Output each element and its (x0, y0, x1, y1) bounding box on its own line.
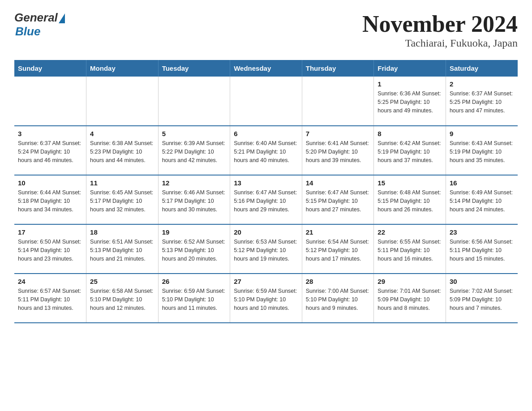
day-number: 3 (18, 130, 82, 137)
day-info: Sunrise: 6:36 AM Sunset: 5:25 PM Dayligh… (378, 90, 442, 115)
column-header-thursday: Thursday (302, 60, 374, 77)
day-info: Sunrise: 6:48 AM Sunset: 5:15 PM Dayligh… (378, 188, 442, 214)
day-info: Sunrise: 6:40 AM Sunset: 5:21 PM Dayligh… (234, 139, 298, 164)
day-number: 8 (378, 130, 442, 137)
day-number: 23 (450, 228, 514, 236)
column-header-saturday: Saturday (446, 60, 518, 77)
calendar-cell: 12Sunrise: 6:46 AM Sunset: 5:17 PM Dayli… (158, 175, 230, 224)
day-number: 5 (162, 130, 227, 137)
column-header-monday: Monday (86, 60, 159, 77)
calendar-cell (86, 77, 159, 126)
calendar-cell: 20Sunrise: 6:53 AM Sunset: 5:12 PM Dayli… (230, 224, 302, 274)
day-number: 14 (306, 179, 370, 187)
calendar-cell: 7Sunrise: 6:41 AM Sunset: 5:20 PM Daylig… (302, 126, 374, 175)
day-info: Sunrise: 6:41 AM Sunset: 5:20 PM Dayligh… (306, 139, 370, 164)
calendar-cell: 24Sunrise: 6:57 AM Sunset: 5:11 PM Dayli… (14, 274, 86, 323)
day-info: Sunrise: 6:52 AM Sunset: 5:13 PM Dayligh… (162, 238, 227, 263)
logo-triangle-icon (59, 13, 65, 23)
day-number: 9 (450, 130, 514, 137)
day-number: 4 (90, 130, 154, 137)
calendar-week-row: 1Sunrise: 6:36 AM Sunset: 5:25 PM Daylig… (14, 77, 518, 126)
day-info: Sunrise: 7:02 AM Sunset: 5:09 PM Dayligh… (450, 287, 514, 312)
day-info: Sunrise: 6:58 AM Sunset: 5:10 PM Dayligh… (90, 287, 154, 312)
day-info: Sunrise: 6:56 AM Sunset: 5:11 PM Dayligh… (450, 238, 514, 263)
calendar-cell: 28Sunrise: 7:00 AM Sunset: 5:10 PM Dayli… (302, 274, 374, 323)
day-info: Sunrise: 6:59 AM Sunset: 5:10 PM Dayligh… (162, 287, 227, 312)
day-info: Sunrise: 6:45 AM Sunset: 5:17 PM Dayligh… (90, 188, 154, 214)
calendar-cell: 6Sunrise: 6:40 AM Sunset: 5:21 PM Daylig… (230, 126, 302, 175)
day-number: 29 (378, 278, 442, 285)
calendar-cell: 1Sunrise: 6:36 AM Sunset: 5:25 PM Daylig… (374, 77, 446, 126)
calendar-cell: 26Sunrise: 6:59 AM Sunset: 5:10 PM Dayli… (158, 274, 230, 323)
day-number: 6 (234, 130, 298, 137)
day-number: 12 (162, 179, 227, 187)
day-number: 13 (234, 179, 298, 187)
calendar-cell: 11Sunrise: 6:45 AM Sunset: 5:17 PM Dayli… (86, 175, 159, 224)
calendar-cell: 27Sunrise: 6:59 AM Sunset: 5:10 PM Dayli… (230, 274, 302, 323)
day-info: Sunrise: 7:00 AM Sunset: 5:10 PM Dayligh… (306, 287, 370, 312)
calendar-week-row: 17Sunrise: 6:50 AM Sunset: 5:14 PM Dayli… (14, 224, 518, 274)
column-header-wednesday: Wednesday (230, 60, 302, 77)
day-info: Sunrise: 6:55 AM Sunset: 5:11 PM Dayligh… (378, 238, 442, 263)
calendar-week-row: 10Sunrise: 6:44 AM Sunset: 5:18 PM Dayli… (14, 175, 518, 224)
logo-general-text: General (14, 11, 58, 25)
day-number: 7 (306, 130, 370, 137)
day-info: Sunrise: 6:53 AM Sunset: 5:12 PM Dayligh… (234, 238, 298, 263)
calendar-cell: 15Sunrise: 6:48 AM Sunset: 5:15 PM Dayli… (374, 175, 446, 224)
day-number: 30 (450, 278, 514, 285)
day-info: Sunrise: 6:54 AM Sunset: 5:12 PM Dayligh… (306, 238, 370, 263)
calendar-cell: 25Sunrise: 6:58 AM Sunset: 5:10 PM Dayli… (86, 274, 159, 323)
day-info: Sunrise: 6:37 AM Sunset: 5:25 PM Dayligh… (450, 90, 514, 115)
day-info: Sunrise: 6:57 AM Sunset: 5:11 PM Dayligh… (18, 287, 82, 312)
calendar-cell (158, 77, 230, 126)
calendar-cell: 10Sunrise: 6:44 AM Sunset: 5:18 PM Dayli… (14, 175, 86, 224)
calendar-table: SundayMondayTuesdayWednesdayThursdayFrid… (14, 60, 518, 323)
day-info: Sunrise: 6:43 AM Sunset: 5:19 PM Dayligh… (450, 139, 514, 164)
calendar-cell (302, 77, 374, 126)
day-number: 17 (18, 228, 82, 236)
calendar-cell: 23Sunrise: 6:56 AM Sunset: 5:11 PM Dayli… (446, 224, 518, 274)
day-number: 24 (18, 278, 82, 285)
day-info: Sunrise: 6:49 AM Sunset: 5:14 PM Dayligh… (450, 188, 514, 214)
calendar-cell: 19Sunrise: 6:52 AM Sunset: 5:13 PM Dayli… (158, 224, 230, 274)
day-info: Sunrise: 6:46 AM Sunset: 5:17 PM Dayligh… (162, 188, 227, 214)
day-info: Sunrise: 6:47 AM Sunset: 5:15 PM Dayligh… (306, 188, 370, 214)
page-header: General Blue November 2024 Tachiarai, Fu… (14, 11, 518, 49)
column-header-friday: Friday (374, 60, 446, 77)
calendar-cell: 30Sunrise: 7:02 AM Sunset: 5:09 PM Dayli… (446, 274, 518, 323)
calendar-cell: 22Sunrise: 6:55 AM Sunset: 5:11 PM Dayli… (374, 224, 446, 274)
calendar-week-row: 3Sunrise: 6:37 AM Sunset: 5:24 PM Daylig… (14, 126, 518, 175)
calendar-header-row: SundayMondayTuesdayWednesdayThursdayFrid… (14, 60, 518, 77)
calendar-cell: 3Sunrise: 6:37 AM Sunset: 5:24 PM Daylig… (14, 126, 86, 175)
day-info: Sunrise: 6:37 AM Sunset: 5:24 PM Dayligh… (18, 139, 82, 164)
column-header-tuesday: Tuesday (158, 60, 230, 77)
logo: General Blue (14, 11, 65, 39)
day-number: 15 (378, 179, 442, 187)
page-subtitle: Tachiarai, Fukuoka, Japan (362, 37, 518, 49)
calendar-cell: 21Sunrise: 6:54 AM Sunset: 5:12 PM Dayli… (302, 224, 374, 274)
calendar-cell: 13Sunrise: 6:47 AM Sunset: 5:16 PM Dayli… (230, 175, 302, 224)
calendar-cell: 5Sunrise: 6:39 AM Sunset: 5:22 PM Daylig… (158, 126, 230, 175)
day-number: 27 (234, 278, 298, 285)
column-header-sunday: Sunday (14, 60, 86, 77)
logo-blue-text: Blue (15, 25, 40, 39)
day-info: Sunrise: 6:39 AM Sunset: 5:22 PM Dayligh… (162, 139, 227, 164)
day-info: Sunrise: 6:59 AM Sunset: 5:10 PM Dayligh… (234, 287, 298, 312)
calendar-cell (14, 77, 86, 126)
day-number: 1 (378, 80, 442, 88)
day-number: 10 (18, 179, 82, 187)
day-info: Sunrise: 6:51 AM Sunset: 5:13 PM Dayligh… (90, 238, 154, 263)
calendar-cell: 29Sunrise: 7:01 AM Sunset: 5:09 PM Dayli… (374, 274, 446, 323)
calendar-week-row: 24Sunrise: 6:57 AM Sunset: 5:11 PM Dayli… (14, 274, 518, 323)
day-number: 21 (306, 228, 370, 236)
day-info: Sunrise: 6:42 AM Sunset: 5:19 PM Dayligh… (378, 139, 442, 164)
calendar-cell: 16Sunrise: 6:49 AM Sunset: 5:14 PM Dayli… (446, 175, 518, 224)
calendar-cell: 18Sunrise: 6:51 AM Sunset: 5:13 PM Dayli… (86, 224, 159, 274)
title-block: November 2024 Tachiarai, Fukuoka, Japan (362, 11, 518, 49)
calendar-cell: 4Sunrise: 6:38 AM Sunset: 5:23 PM Daylig… (86, 126, 159, 175)
day-number: 2 (450, 80, 514, 88)
calendar-cell: 14Sunrise: 6:47 AM Sunset: 5:15 PM Dayli… (302, 175, 374, 224)
page-title: November 2024 (362, 11, 518, 37)
calendar-cell (230, 77, 302, 126)
day-number: 22 (378, 228, 442, 236)
